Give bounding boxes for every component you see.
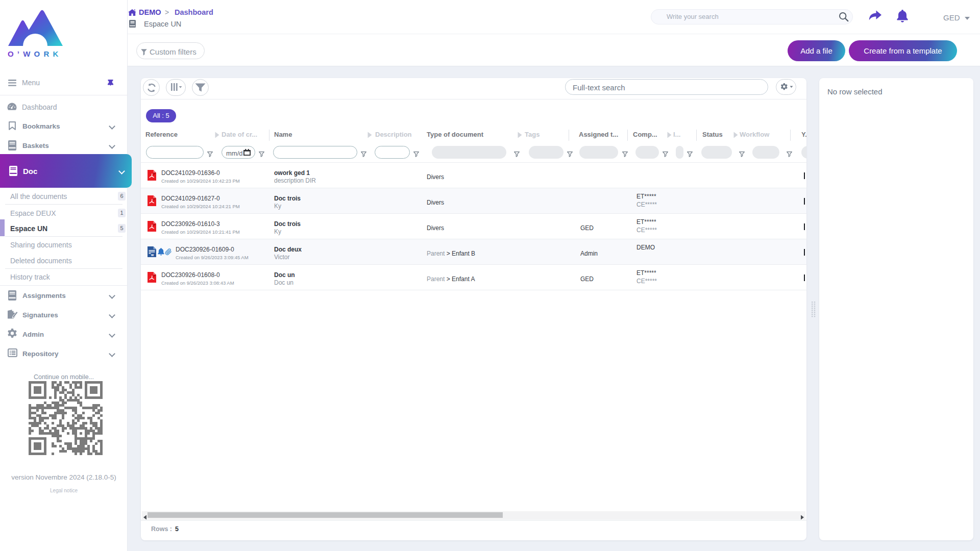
svg-text:w: w xyxy=(151,253,154,257)
svg-text:O’WORK: O’WORK xyxy=(8,49,62,57)
